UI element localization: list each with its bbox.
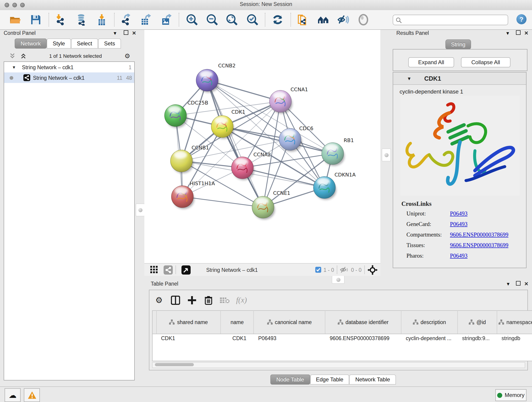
collapse-all-icon[interactable] bbox=[9, 53, 16, 59]
table-cell[interactable]: stringdb:9... bbox=[457, 334, 497, 361]
import-network-button[interactable] bbox=[55, 13, 67, 26]
collection-disclosure-icon[interactable]: ▼ bbox=[12, 65, 16, 70]
collapse-all-button[interactable]: Collapse All bbox=[461, 57, 510, 67]
column-header-description[interactable]: description bbox=[401, 311, 457, 334]
export-network-button[interactable] bbox=[120, 13, 133, 26]
network-collection-row[interactable]: ▼ String Network – cdk1 1 bbox=[4, 62, 134, 72]
close-panel-icon[interactable]: ✕ bbox=[524, 30, 528, 36]
network-node-CCNA2[interactable] bbox=[231, 157, 254, 180]
zoom-out-button[interactable] bbox=[206, 13, 219, 26]
tab-sets[interactable]: Sets bbox=[98, 38, 121, 49]
column-header-canonical-name[interactable]: canonical name bbox=[254, 311, 325, 334]
apply-layout-button[interactable] bbox=[271, 13, 284, 26]
crosslink-link[interactable]: P06493 bbox=[450, 210, 467, 217]
crosslink-link[interactable]: P06493 bbox=[450, 221, 467, 228]
help-button[interactable]: ? bbox=[516, 14, 526, 24]
pan-crosshair-icon[interactable] bbox=[367, 265, 378, 275]
open-folder-icon bbox=[9, 14, 21, 26]
expand-all-icon[interactable] bbox=[20, 53, 27, 59]
network-row[interactable]: String Network – cdk1 11 48 bbox=[4, 72, 134, 83]
close-panel-icon[interactable]: ✕ bbox=[524, 281, 528, 287]
table-settings-button[interactable]: ⚙ bbox=[151, 293, 167, 307]
float-panel-icon[interactable] bbox=[516, 30, 520, 35]
scrollbar-thumb[interactable] bbox=[155, 363, 194, 366]
tab-string[interactable]: String bbox=[445, 39, 471, 50]
entry-header[interactable]: ▼ CDK1 bbox=[393, 72, 526, 85]
table-cell[interactable]: P06493 bbox=[254, 334, 325, 361]
search-box[interactable] bbox=[393, 15, 508, 25]
network-node-CCNA1[interactable] bbox=[269, 90, 292, 114]
grid-view-icon[interactable] bbox=[150, 266, 158, 274]
network-node-CDKN1A[interactable] bbox=[313, 177, 336, 200]
birdseye-view-icon[interactable] bbox=[181, 265, 191, 274]
table-row[interactable]: CDK1CDK1P064939606.ENSP00000378699cyclin… bbox=[152, 334, 532, 361]
column-header-name[interactable]: name bbox=[221, 311, 254, 334]
open-session-button[interactable] bbox=[9, 13, 22, 26]
table-cell[interactable]: CDK1 bbox=[221, 334, 254, 361]
column-header-namespace[interactable]: namespace bbox=[497, 311, 532, 334]
export-table-button[interactable] bbox=[139, 13, 152, 26]
network-node-RB1[interactable] bbox=[322, 143, 345, 166]
search-input[interactable] bbox=[403, 17, 508, 23]
panel-menu-icon[interactable]: ▼ bbox=[113, 31, 117, 36]
column-header-shared-name[interactable]: shared name bbox=[157, 311, 221, 334]
network-node-HIST1H1A[interactable] bbox=[171, 186, 194, 209]
tab-style[interactable]: Style bbox=[47, 38, 71, 49]
hide-selected-button[interactable] bbox=[337, 13, 350, 26]
selected-checkbox-icon[interactable] bbox=[315, 267, 321, 273]
entry-disclosure-icon[interactable]: ▼ bbox=[407, 76, 412, 81]
column-header-database-identifier[interactable]: database identifier bbox=[325, 311, 401, 334]
tab-select[interactable]: Select bbox=[71, 38, 98, 49]
clear-table-button[interactable] bbox=[217, 293, 233, 307]
network-edge-CCNB2-CCNE1[interactable] bbox=[207, 80, 263, 207]
network-node-CDK1[interactable] bbox=[211, 115, 234, 139]
tab-network-table[interactable]: Network Table bbox=[349, 375, 396, 385]
warnings-button[interactable] bbox=[24, 388, 40, 402]
tab-network[interactable]: Network bbox=[15, 38, 47, 49]
panel-menu-icon[interactable]: ▼ bbox=[505, 31, 510, 36]
show-hidden-button[interactable] bbox=[357, 13, 370, 26]
add-column-button[interactable] bbox=[184, 293, 200, 307]
import-table-button[interactable] bbox=[95, 13, 108, 26]
expand-all-button[interactable]: Expand All bbox=[408, 57, 454, 67]
table-cell[interactable]: 9606.ENSP00000378699 bbox=[325, 334, 401, 361]
crosslink-link[interactable]: 9606.ENSP00000378699 bbox=[450, 231, 508, 238]
show-all-networks-button[interactable] bbox=[317, 13, 330, 26]
table-cell[interactable]: stringdb bbox=[497, 334, 532, 361]
network-node-CCNE1[interactable] bbox=[252, 196, 275, 220]
zoom-selected-button[interactable] bbox=[246, 13, 259, 26]
network-edge-HIST1H1A-CCNE1[interactable] bbox=[182, 197, 263, 207]
show-columns-button[interactable] bbox=[167, 293, 184, 307]
panel-menu-icon[interactable]: ▼ bbox=[506, 281, 510, 287]
memory-button[interactable]: Memory bbox=[495, 389, 526, 401]
column-header--id[interactable]: @id bbox=[457, 311, 497, 334]
network-canvas[interactable]: CCNB2CCNA1CDC25BCDK1CDC6RB1CCNB1CCNA2CDK… bbox=[144, 30, 380, 263]
delete-column-button[interactable] bbox=[200, 293, 217, 307]
network-view-mode-icon[interactable] bbox=[164, 265, 173, 274]
save-session-button[interactable] bbox=[29, 13, 42, 26]
export-image-button[interactable] bbox=[160, 13, 173, 26]
table-cell[interactable]: cyclin-dependent ... bbox=[401, 334, 457, 361]
crosslink-link[interactable]: 9606.ENSP00000378699 bbox=[450, 242, 508, 249]
table-panel-title: Table Panel bbox=[151, 281, 178, 287]
zoom-in-button[interactable] bbox=[186, 13, 198, 26]
table-cell[interactable]: CDK1 bbox=[157, 334, 221, 361]
close-panel-icon[interactable]: ✕ bbox=[132, 30, 136, 36]
cloud-status-button[interactable]: ☁ bbox=[5, 388, 21, 402]
tab-edge-table[interactable]: Edge Table bbox=[310, 375, 349, 385]
float-panel-icon[interactable] bbox=[516, 281, 520, 286]
gear-icon[interactable]: ⚙ bbox=[124, 52, 130, 60]
left-splitter-handle[interactable] bbox=[136, 204, 145, 216]
float-panel-icon[interactable] bbox=[124, 30, 128, 35]
zoom-fit-button[interactable] bbox=[225, 13, 238, 26]
network-node-CDC6[interactable] bbox=[279, 128, 302, 152]
function-builder-button[interactable]: f(x) bbox=[233, 293, 250, 307]
import-network-from-database-button[interactable] bbox=[75, 13, 88, 26]
right-splitter-handle[interactable] bbox=[382, 148, 391, 161]
clone-network-button[interactable] bbox=[297, 13, 309, 26]
crosslink-link[interactable]: P06493 bbox=[450, 252, 467, 259]
table-hscrollbar[interactable] bbox=[152, 362, 525, 368]
tab-node-table[interactable]: Node Table bbox=[270, 375, 310, 385]
crosslinks-title: CrossLinks bbox=[401, 200, 526, 208]
network-node-CDC25B[interactable] bbox=[165, 104, 187, 128]
